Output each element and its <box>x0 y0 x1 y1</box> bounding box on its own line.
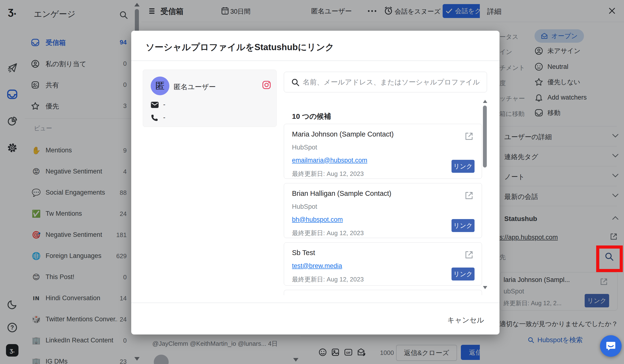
candidate-email-link[interactable]: bh@hubspot.com <box>292 216 343 223</box>
link-social-profile-modal: ソーシャルプロファイルをStatushubにリンク 匿 匿名ユーザー - - <box>131 31 499 335</box>
contact-email-value: - <box>163 101 165 108</box>
link-button[interactable]: リンク <box>451 160 474 173</box>
instagram-icon <box>262 80 271 89</box>
external-link-icon[interactable] <box>464 190 474 201</box>
candidates-scrollbar-thumb[interactable] <box>483 105 487 167</box>
link-button[interactable]: リンク <box>451 267 474 281</box>
avatar: 匿 <box>151 77 169 95</box>
annotation-highlight-box <box>596 245 623 272</box>
external-link-icon[interactable] <box>464 250 474 260</box>
candidate-card: Sb Test test@brew.media 最終更新日: Aug 12, 2… <box>284 242 482 286</box>
candidate-card-partial <box>284 290 482 295</box>
profile-search-input[interactable] <box>302 72 481 92</box>
profile-search-field <box>284 72 487 92</box>
candidate-card: Brian Halligan (Sample Contact) HubSpot … <box>284 183 482 238</box>
candidates-scroll-down[interactable] <box>483 286 487 289</box>
chat-bubble-icon <box>605 340 616 352</box>
candidate-email-link[interactable]: test@brew.media <box>292 262 342 270</box>
contact-phone-value: - <box>163 113 165 121</box>
email-icon <box>151 102 159 108</box>
search-icon <box>291 78 300 87</box>
contact-summary-card: 匿 匿名ユーザー - - <box>143 70 277 127</box>
contact-name: 匿名ユーザー <box>174 82 216 92</box>
link-button[interactable]: リンク <box>451 219 474 232</box>
candidates-scroll-up[interactable] <box>483 100 487 103</box>
external-link-icon[interactable] <box>464 131 474 141</box>
candidate-email-link[interactable]: emailmaria@hubspot.com <box>292 157 367 164</box>
cancel-button[interactable]: キャンセル <box>447 315 484 325</box>
modal-title: ソーシャルプロファイルをStatushubにリンク <box>146 41 334 53</box>
support-chat-fab[interactable] <box>600 335 622 357</box>
app-root: ʒ. ? ʒ. エンゲージ <box>0 0 624 364</box>
phone-icon <box>151 114 158 122</box>
candidate-card: Maria Johnson (Sample Contact) HubSpot e… <box>284 124 482 179</box>
results-count-label: 10 つの候補 <box>292 112 331 121</box>
